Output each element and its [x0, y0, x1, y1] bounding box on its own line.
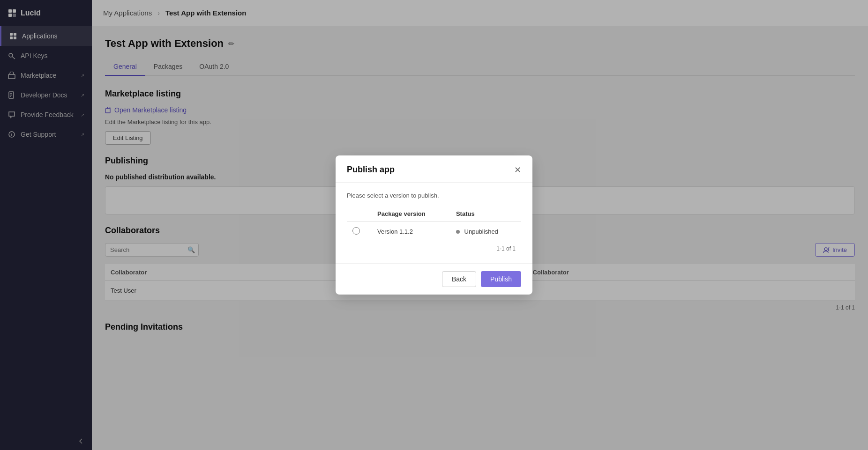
modal-col-version-label: Package version	[372, 207, 450, 221]
version-radio[interactable]	[352, 227, 360, 235]
modal-overlay[interactable]: Publish app ✕ Please select a version to…	[0, 0, 868, 450]
modal-footer: Back Publish	[336, 263, 532, 295]
modal-table-row: Version 1.1.2 Unpublished	[347, 221, 521, 242]
modal-pagination: 1-1 of 1	[347, 242, 521, 254]
modal-body: Please select a version to publish. Pack…	[336, 183, 532, 263]
modal-header: Publish app ✕	[336, 155, 532, 183]
modal-status-cell: Unpublished	[450, 221, 521, 242]
modal-table: Package version Status Version 1.1.2 Unp…	[347, 207, 521, 242]
back-button[interactable]: Back	[442, 271, 476, 287]
modal-close-button[interactable]: ✕	[514, 166, 521, 174]
publish-button[interactable]: Publish	[481, 271, 521, 287]
status-dot-icon	[456, 230, 460, 234]
modal-version-cell: Version 1.1.2	[372, 221, 450, 242]
modal-status-text: Unpublished	[464, 228, 498, 235]
modal-title: Publish app	[347, 165, 395, 175]
modal-subtitle: Please select a version to publish.	[347, 192, 521, 199]
modal-col-version	[347, 207, 372, 221]
modal-col-status: Status	[450, 207, 521, 221]
modal-radio-cell	[347, 221, 372, 242]
publish-app-modal: Publish app ✕ Please select a version to…	[336, 155, 532, 295]
